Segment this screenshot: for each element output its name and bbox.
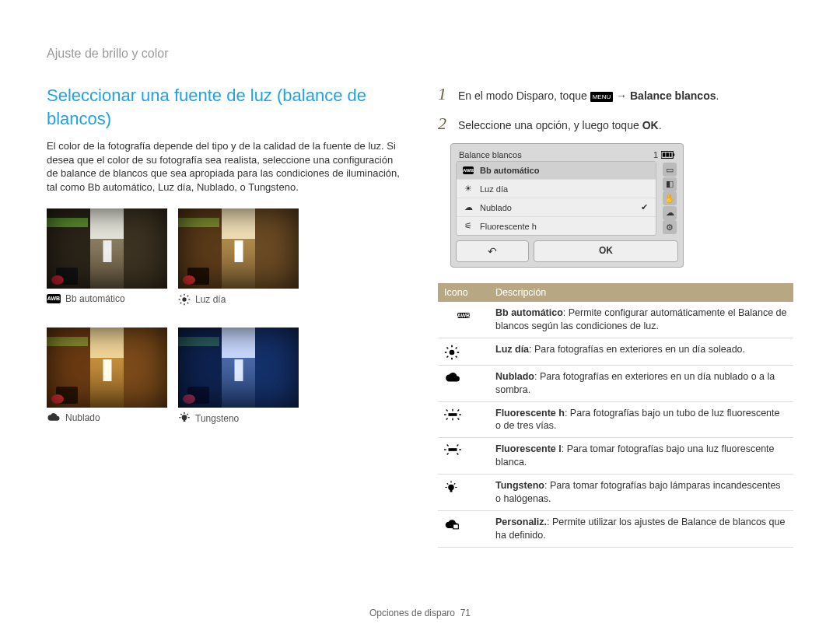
svg-rect-10 <box>184 419 186 422</box>
fluorescent-h-icon <box>444 408 483 421</box>
custom-icon <box>444 517 483 531</box>
awb-icon: AWB <box>457 313 470 318</box>
svg-rect-39 <box>449 448 457 451</box>
svg-line-15 <box>187 414 187 415</box>
bulb-icon <box>178 412 191 425</box>
lcd-side-icon-4[interactable]: ☁ <box>663 206 677 220</box>
svg-line-27 <box>456 356 457 358</box>
lcd-side-icon-2[interactable]: ◧ <box>663 177 677 191</box>
svg-line-36 <box>457 418 459 419</box>
table-row: Tungsteno: Para tomar fotografías bajo l… <box>438 475 793 511</box>
camera-lcd: Balance blancos 1 AWBBb automático ☀Luz … <box>450 143 684 268</box>
svg-rect-17 <box>673 153 674 156</box>
table-row: Luz día: Para fotografías en exteriores … <box>438 338 793 365</box>
svg-line-35 <box>446 418 448 419</box>
battery-icon <box>661 151 675 159</box>
step-2: 2 Seleccione una opción, y luego toque O… <box>438 114 793 134</box>
step-1: 1 En el modo Disparo, toque MENU → Balan… <box>438 84 793 104</box>
table-row: Personaliz.: Permite utilizar los ajuste… <box>438 510 793 547</box>
check-icon: ✔ <box>641 202 648 212</box>
menu-icon: MENU <box>590 92 614 102</box>
cloud-icon <box>47 412 61 423</box>
lcd-back-button[interactable]: ↶ <box>456 240 529 262</box>
svg-rect-18 <box>663 152 666 156</box>
description-table: Icono Descripción AWB Bb automático: Per… <box>438 283 793 548</box>
sample-cloudy-label: Nublado <box>65 412 100 423</box>
sample-tungsten: Tungsteno <box>178 328 299 425</box>
svg-rect-19 <box>666 152 669 156</box>
back-arrow-icon: ↶ <box>488 245 497 257</box>
lcd-ok-button[interactable]: OK <box>534 240 678 262</box>
table-head-desc: Descripción <box>489 283 793 302</box>
svg-line-44 <box>447 454 449 455</box>
svg-point-9 <box>182 415 187 420</box>
table-row: Fluorescente h: Para fotografías bajo un… <box>438 401 793 438</box>
table-row: AWB Bb automático: Permite configurar au… <box>438 302 793 338</box>
breadcrumb: Ajuste de brillo y color <box>47 47 793 61</box>
bulb-icon <box>444 481 483 496</box>
lcd-side-icon-5[interactable]: ⚙ <box>663 220 677 234</box>
sample-daylight-label: Luz día <box>195 294 226 305</box>
lcd-title: Balance blancos <box>459 150 522 159</box>
svg-line-26 <box>447 347 449 349</box>
svg-point-46 <box>448 485 454 491</box>
lcd-row-auto[interactable]: AWBBb automático <box>457 162 656 180</box>
svg-rect-53 <box>453 524 459 529</box>
page-title: Seleccionar una fuente de luz (balance d… <box>47 84 402 130</box>
sun-icon <box>444 345 483 360</box>
sample-auto-label: Bb automático <box>65 293 125 304</box>
svg-line-51 <box>447 483 449 485</box>
lcd-list: AWBBb automático ☀Luz día ☁Nublado✔ ⚟Flu… <box>456 161 656 236</box>
ok-text-icon: OK <box>642 119 659 131</box>
svg-line-43 <box>457 445 459 447</box>
sample-daylight: Luz día <box>178 208 299 306</box>
lcd-row-cloudy[interactable]: ☁Nublado✔ <box>457 198 656 217</box>
svg-point-21 <box>450 349 455 355</box>
svg-point-0 <box>182 297 186 301</box>
svg-rect-47 <box>450 490 453 492</box>
awb-icon: AWB <box>47 294 61 303</box>
page-footer: Opciones de disparo 71 <box>47 608 793 618</box>
wb-sample-grid: AWB Bb automático Luz día Nublado <box>47 208 402 425</box>
fluorescent-l-icon <box>444 444 483 455</box>
lcd-row-fluoh[interactable]: ⚟Fluorescente h <box>457 217 656 235</box>
cloud-icon <box>444 372 483 384</box>
svg-line-7 <box>180 302 181 303</box>
svg-line-33 <box>446 409 448 411</box>
svg-rect-20 <box>670 152 672 156</box>
svg-line-5 <box>180 295 181 296</box>
lcd-row-daylight[interactable]: ☀Luz día <box>457 180 656 198</box>
svg-line-52 <box>454 483 456 485</box>
svg-line-8 <box>187 295 188 296</box>
sample-auto: AWB Bb automático <box>47 208 167 306</box>
table-head-icon: Icono <box>438 283 489 302</box>
svg-line-29 <box>456 347 457 349</box>
table-row: Fluorescente l: Para tomar fotografías b… <box>438 438 793 475</box>
svg-line-45 <box>457 454 459 455</box>
svg-line-14 <box>180 414 181 415</box>
svg-line-42 <box>447 445 449 447</box>
svg-line-28 <box>447 356 449 358</box>
step-2-number: 2 <box>438 114 450 134</box>
intro-text: El color de la fotografía depende del ti… <box>47 139 402 194</box>
table-row: Nublado: Para fotografías en exteriores … <box>438 365 793 401</box>
lcd-count: 1 <box>653 150 658 159</box>
svg-line-6 <box>187 302 188 303</box>
sun-icon <box>178 293 191 306</box>
step-1-number: 1 <box>438 84 450 104</box>
sample-tungsten-label: Tungsteno <box>195 413 239 424</box>
sample-cloudy: Nublado <box>47 328 167 425</box>
svg-rect-30 <box>449 413 457 416</box>
lcd-side-icon-1[interactable]: ▭ <box>663 163 677 177</box>
svg-line-34 <box>457 409 459 411</box>
lcd-side-icon-3[interactable]: ✋ <box>663 191 677 205</box>
